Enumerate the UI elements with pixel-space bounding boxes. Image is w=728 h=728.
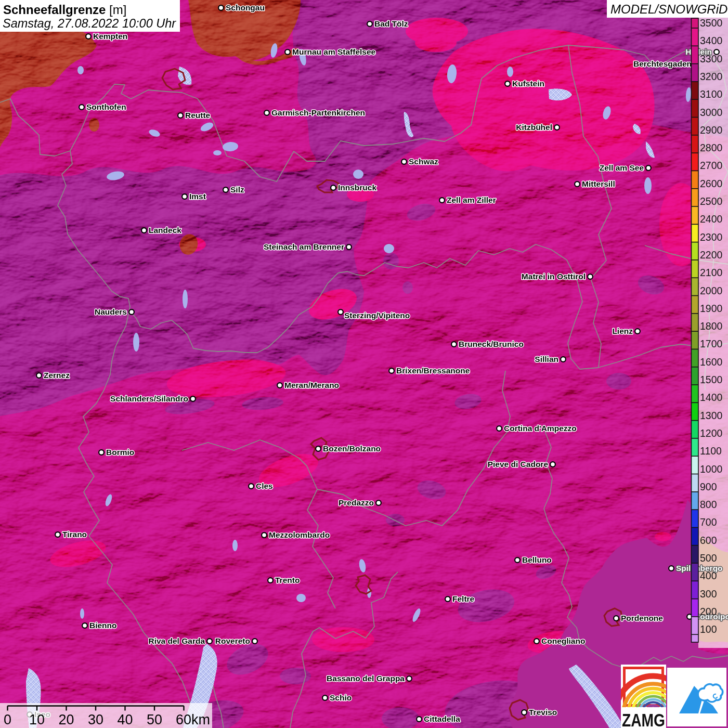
svg-text:Garmisch-Partenkirchen: Garmisch-Partenkirchen <box>271 108 365 117</box>
svg-text:1700: 1700 <box>700 338 723 349</box>
svg-text:Schio: Schio <box>330 693 352 702</box>
svg-text:Brixen/Bressanone: Brixen/Bressanone <box>396 366 470 375</box>
svg-text:Cittadella: Cittadella <box>424 714 460 723</box>
svg-text:Schlanders/Silandro: Schlanders/Silandro <box>110 394 188 403</box>
svg-text:2900: 2900 <box>700 124 723 136</box>
svg-text:2200: 2200 <box>700 249 723 261</box>
svg-text:2400: 2400 <box>700 213 723 225</box>
svg-text:Zell am See: Zell am See <box>600 163 644 172</box>
svg-text:Feltre: Feltre <box>452 594 475 603</box>
svg-text:Schneefallgrenze [m]: Schneefallgrenze [m] <box>3 3 126 17</box>
svg-text:Bad Tölz: Bad Tölz <box>374 19 408 28</box>
svg-text:Lienz: Lienz <box>612 327 633 335</box>
svg-text:500: 500 <box>700 552 717 564</box>
svg-text:Zernez: Zernez <box>44 371 70 380</box>
svg-text:Rovereto: Rovereto <box>215 636 250 645</box>
svg-text:Tirano: Tirano <box>62 530 87 539</box>
svg-text:3000: 3000 <box>700 107 723 118</box>
svg-text:Steinach am Brenner: Steinach am Brenner <box>264 242 344 251</box>
svg-text:Murnau am Staffelsee: Murnau am Staffelsee <box>292 47 376 56</box>
svg-text:900: 900 <box>700 481 717 492</box>
svg-text:2300: 2300 <box>700 231 723 243</box>
svg-text:30: 30 <box>88 712 103 727</box>
svg-text:20: 20 <box>58 712 74 727</box>
svg-text:Schongau: Schongau <box>226 3 265 12</box>
svg-text:Landeck: Landeck <box>149 226 181 235</box>
svg-text:300: 300 <box>700 588 717 600</box>
svg-text:10: 10 <box>29 712 45 727</box>
svg-text:Kempten: Kempten <box>93 32 127 41</box>
svg-text:Predazzo: Predazzo <box>339 498 374 507</box>
svg-text:Silz: Silz <box>230 185 244 194</box>
svg-text:1300: 1300 <box>700 410 723 421</box>
svg-text:1200: 1200 <box>700 427 723 439</box>
svg-text:ZAMG: ZAMG <box>622 710 665 728</box>
svg-text:1400: 1400 <box>700 392 723 403</box>
svg-text:2700: 2700 <box>700 160 723 171</box>
svg-text:Conegliano: Conegliano <box>541 636 585 645</box>
svg-text:3500: 3500 <box>700 17 723 29</box>
svg-text:3200: 3200 <box>700 71 723 82</box>
svg-text:1600: 1600 <box>700 356 723 368</box>
svg-text:2100: 2100 <box>700 267 723 278</box>
svg-text:Kitzbühel: Kitzbühel <box>516 123 552 132</box>
svg-text:Bienno: Bienno <box>89 621 117 630</box>
svg-text:2500: 2500 <box>700 196 723 207</box>
svg-text:Innsbruck: Innsbruck <box>338 183 376 192</box>
svg-text:1800: 1800 <box>700 320 723 332</box>
svg-text:Mezzolombardo: Mezzolombardo <box>269 530 330 539</box>
svg-text:Bozen/Bolzano: Bozen/Bolzano <box>323 444 381 453</box>
svg-text:Reutte: Reutte <box>185 111 211 120</box>
svg-text:Meran/Merano: Meran/Merano <box>284 381 339 389</box>
svg-text:Samstag, 27.08.2022 10:00 Uhr: Samstag, 27.08.2022 10:00 Uhr <box>3 17 176 30</box>
svg-text:3400: 3400 <box>700 35 723 46</box>
svg-text:2800: 2800 <box>700 142 723 153</box>
svg-text:1000: 1000 <box>700 463 723 475</box>
svg-text:700: 700 <box>700 516 717 528</box>
svg-text:Pieve di Cadore: Pieve di Cadore <box>488 460 549 469</box>
svg-text:Bruneck/Brunico: Bruneck/Brunico <box>459 340 524 348</box>
svg-text:800: 800 <box>700 499 717 510</box>
svg-text:2600: 2600 <box>700 178 723 189</box>
svg-text:Trento: Trento <box>275 576 300 584</box>
svg-text:Sterzing/Vipiteno: Sterzing/Vipiteno <box>344 311 410 320</box>
svg-text:600: 600 <box>700 535 717 546</box>
svg-text:1500: 1500 <box>700 374 723 385</box>
svg-text:Pordenone: Pordenone <box>621 614 663 622</box>
svg-text:Matrei in Osttirol: Matrei in Osttirol <box>522 272 586 281</box>
svg-text:MODEL/SNOWGRiD: MODEL/SNOWGRiD <box>610 2 727 16</box>
svg-text:Cles: Cles <box>256 482 273 490</box>
svg-text:0: 0 <box>4 712 11 727</box>
svg-text:400: 400 <box>700 570 717 581</box>
svg-text:2000: 2000 <box>700 285 723 296</box>
svg-text:Cortina d'Ampezzo: Cortina d'Ampezzo <box>504 424 577 433</box>
svg-text:100: 100 <box>700 623 717 635</box>
svg-text:Bormio: Bormio <box>106 448 134 457</box>
svg-text:3300: 3300 <box>700 53 723 64</box>
svg-text:Treviso: Treviso <box>529 708 557 717</box>
svg-text:200: 200 <box>700 606 717 617</box>
svg-text:Belluno: Belluno <box>522 555 552 564</box>
svg-text:Riva del Garda: Riva del Garda <box>148 636 205 645</box>
svg-text:Mittersill: Mittersill <box>582 179 615 188</box>
svg-text:Schwaz: Schwaz <box>409 157 438 166</box>
svg-text:Imst: Imst <box>189 192 206 201</box>
svg-text:Berchtesgaden: Berchtesgaden <box>633 59 692 68</box>
svg-text:1900: 1900 <box>700 303 723 314</box>
svg-text:60km: 60km <box>176 712 210 727</box>
svg-text:Sillian: Sillian <box>535 355 558 363</box>
svg-text:Zell am Ziller: Zell am Ziller <box>447 196 496 204</box>
svg-text:1100: 1100 <box>700 445 722 457</box>
svg-text:Nauders: Nauders <box>95 307 127 316</box>
svg-text:40: 40 <box>117 712 133 727</box>
svg-text:Sonthofen: Sonthofen <box>86 102 126 111</box>
svg-text:Kufstein: Kufstein <box>512 79 544 88</box>
svg-text:Bassano del Grappa: Bassano del Grappa <box>327 674 405 683</box>
svg-text:3100: 3100 <box>700 88 723 100</box>
svg-text:50: 50 <box>147 712 162 727</box>
